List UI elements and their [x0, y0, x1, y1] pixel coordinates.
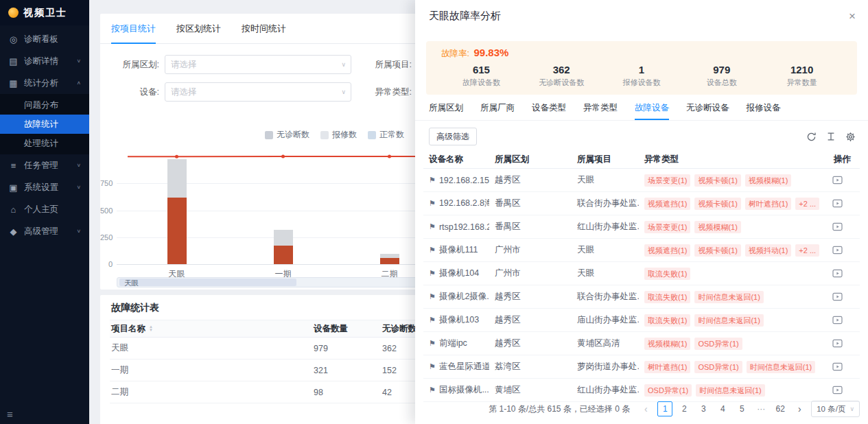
row-operation	[828, 199, 860, 208]
table-cell: 98	[312, 388, 381, 397]
video-playback-icon[interactable]	[832, 386, 843, 394]
exception-tag: 时间信息未返回(1)	[747, 361, 815, 373]
sidebar-item-statistics[interactable]: ▦统计分析∧	[0, 72, 89, 94]
pagination-page-2[interactable]: 2	[677, 401, 692, 416]
exception-tag: 视频遮挡(1)	[644, 244, 690, 257]
row-operation	[828, 292, 860, 301]
device-name: ⚑摄像机103	[423, 314, 489, 326]
statistics-icon: ▦	[8, 78, 19, 89]
video-playback-icon[interactable]	[832, 269, 843, 278]
table-tools	[806, 132, 856, 142]
sidebar-item-process-statistics[interactable]: 处理统计	[0, 134, 89, 153]
stat-no-diagnosis-devices: 362无诊断设备数	[521, 64, 602, 88]
exception-tag: 时间信息未返回(1)	[694, 291, 763, 303]
sidebar-item-fault-statistics[interactable]: 故障统计	[0, 115, 89, 134]
exception-tag: OSD异常(1)	[694, 338, 742, 350]
video-playback-icon[interactable]	[832, 246, 843, 255]
exception-tags: 视频遮挡(1)视频卡顿(1)树叶遮挡(1)+2 ...	[639, 198, 828, 210]
video-playback-icon[interactable]	[832, 362, 843, 371]
sidebar-item-label: 统计分析	[24, 78, 58, 89]
column-header[interactable]: 项目名称▲▼	[110, 323, 312, 335]
sidebar-item-system-settings[interactable]: ▣系统设置∨	[0, 176, 89, 198]
sidebar-collapse-icon[interactable]: ≡	[7, 408, 13, 420]
legend-item-no-diagnosis-count[interactable]: 无诊断数	[265, 129, 309, 141]
stat-label: 故障设备数	[441, 78, 521, 88]
legend-item-normal-count[interactable]: 正常数	[368, 129, 404, 141]
tab-exception-type[interactable]: 异常类型	[583, 102, 618, 120]
more-tags-badge[interactable]: +2 ...	[795, 198, 819, 210]
filter-district-input[interactable]	[171, 60, 336, 69]
tab-vendor[interactable]: 所属厂商	[480, 102, 515, 120]
flag-icon: ⚑	[429, 176, 436, 185]
tab-no-diagnosis-devices[interactable]: 无诊断设备	[686, 102, 729, 120]
filter-device-input[interactable]	[171, 87, 336, 97]
advanced-filter-button[interactable]: 高级筛选	[429, 128, 477, 145]
tab-device-type[interactable]: 设备类型	[532, 102, 566, 120]
pagination-page-1[interactable]: 1	[657, 401, 672, 416]
pagination-page-62[interactable]: 62	[773, 401, 788, 416]
pagination-page-4[interactable]: 4	[715, 401, 730, 416]
more-tags-badge[interactable]: +2 ...	[795, 244, 819, 257]
sidebar-item-task-management[interactable]: ≡任务管理∨	[0, 154, 89, 176]
tab-district[interactable]: 所属区划	[429, 102, 463, 120]
chart-bar-no-diagnosis-0[interactable]	[167, 159, 187, 198]
close-icon[interactable]: ×	[849, 10, 856, 22]
legend-item-repair-count[interactable]: 报修数	[320, 129, 357, 141]
pagination-page-5[interactable]: 5	[734, 401, 749, 416]
video-playback-icon[interactable]	[832, 339, 843, 348]
filter-district-select[interactable]: ∨	[165, 55, 351, 74]
sidebar-item-diagnosis-detail[interactable]: ▤诊断详情∨	[0, 50, 89, 72]
column-height-icon[interactable]	[826, 132, 836, 141]
pagination-next[interactable]: ›	[792, 401, 807, 416]
table-cell: 979	[312, 344, 381, 353]
sidebar-item-profile[interactable]: ⌂个人主页	[0, 198, 89, 220]
chevron-down-icon: ∨	[76, 185, 81, 190]
sidebar-item-label: 问题分布	[24, 99, 58, 111]
chart-bar-no-diagnosis-2[interactable]	[380, 254, 399, 259]
chevron-down-icon: ∨	[849, 405, 854, 412]
device-row: ⚑前端ipc越秀区黄埔区高清视频模糊(1)OSD异常(1)	[423, 332, 860, 355]
device-row: ⚑蓝色星际通道9荔湾区萝岗街道办事处...树叶遮挡(1)OSD异常(1)时间信息…	[423, 355, 860, 379]
exception-tag: 视频卡顿(1)	[694, 244, 740, 257]
device-district: 越秀区	[489, 314, 572, 326]
video-playback-icon[interactable]	[832, 316, 843, 325]
pagination: 第 1-10 条/总共 615 条，已经选择 0 条‹12345···62›10…	[489, 401, 860, 417]
pagination-page-3[interactable]: 3	[696, 401, 711, 416]
sort-desc-icon[interactable]: ▼	[149, 329, 153, 332]
app-logo: 视频卫士	[0, 0, 89, 25]
chart-bar-fault-0[interactable]	[167, 198, 187, 264]
device-row: ⚑摄像机2摄像...越秀区联合街办事处监...取流失败(1)时间信息未返回(1)	[423, 285, 860, 309]
chevron-down-icon: ∨	[76, 163, 81, 168]
filter-device-select[interactable]: ∨	[165, 82, 351, 102]
sidebar-item-dashboard[interactable]: ◎诊断看板	[0, 28, 89, 50]
page-size-select[interactable]: 10 条/页∨	[811, 401, 860, 417]
sidebar-item-advanced-management[interactable]: ◆高级管理∨	[0, 220, 89, 242]
exception-tags: 取流失败(1)时间信息未返回(1)	[639, 291, 828, 303]
diagnosis-detail-icon: ▤	[8, 56, 19, 67]
tab-repair-devices[interactable]: 报修设备	[747, 102, 781, 120]
tab-by-project[interactable]: 按项目统计	[111, 14, 156, 43]
settings-gear-icon[interactable]	[845, 132, 856, 142]
exception-tag: 取流失败(1)	[644, 291, 690, 303]
video-playback-icon[interactable]	[832, 292, 843, 301]
tab-by-district[interactable]: 按区划统计	[176, 14, 221, 43]
page-size-value: 10 条/页	[817, 404, 845, 414]
video-playback-icon[interactable]	[832, 222, 843, 231]
chart-bar-fault-1[interactable]	[274, 246, 293, 264]
refresh-icon[interactable]	[806, 132, 817, 142]
row-operation	[828, 386, 860, 394]
fault-device-table: 设备名称所属区划所属项目异常类型操作⚑192.168.2.15...越秀区天眼场…	[423, 151, 860, 402]
video-playback-icon[interactable]	[832, 199, 843, 208]
chart-bar-fault-2[interactable]	[380, 258, 399, 264]
sidebar-item-problem-distribution[interactable]: 问题分布	[0, 95, 89, 115]
column-header[interactable]: 设备数量	[312, 323, 381, 335]
video-playback-icon[interactable]	[832, 176, 843, 185]
datazoom-selected-range[interactable]	[119, 279, 296, 286]
tab-by-time[interactable]: 按时间统计	[242, 14, 286, 43]
tab-fault-devices[interactable]: 故障设备	[635, 102, 669, 120]
chart-bar-no-diagnosis-1[interactable]	[274, 230, 293, 246]
pagination-prev[interactable]: ‹	[638, 401, 653, 416]
device-row: ⚑摄像机104广州市天眼取流失败(1)	[423, 262, 860, 285]
profile-icon: ⌂	[8, 204, 19, 215]
chevron-down-icon: ∨	[341, 61, 346, 68]
